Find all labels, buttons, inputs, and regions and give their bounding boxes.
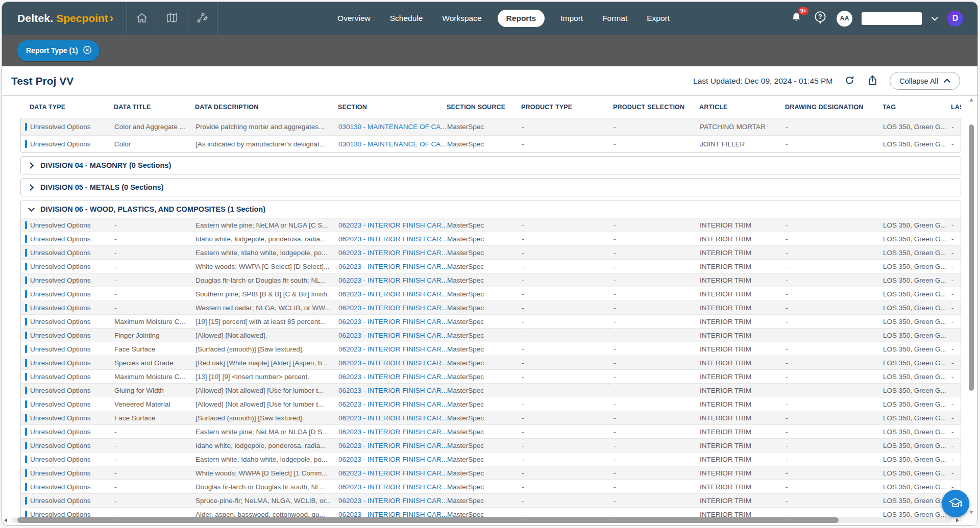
- table-row[interactable]: Unresolved Options-Douglas fir-larch or …: [21, 480, 961, 493]
- column-header-section[interactable]: SECTION: [338, 104, 447, 111]
- scroll-left-arrow-icon[interactable]: [4, 518, 7, 522]
- column-header-tag[interactable]: TAG: [883, 104, 951, 111]
- cell-last-updated: -: [951, 276, 961, 284]
- division-header[interactable]: DIVISION 06 - WOOD, PLASTICS, AND COMPOS…: [21, 200, 961, 218]
- table-row[interactable]: Unresolved Options-Eastern white pine; N…: [21, 424, 961, 438]
- column-header-product-selection[interactable]: PRODUCT SELECTION: [613, 104, 699, 111]
- cell-section[interactable]: 062023 - INTERIOR FINISH CAR...: [338, 304, 447, 312]
- table-row[interactable]: Unresolved OptionsColor[As indicated by …: [21, 135, 961, 152]
- division-header[interactable]: DIVISION 04 - MASONRY (0 Sections): [21, 157, 961, 174]
- cell-section[interactable]: 062023 - INTERIOR FINISH CAR...: [338, 387, 447, 394]
- user-name-box[interactable]: [862, 12, 922, 25]
- cell-data-description: Idaho white, lodgepole, ponderosa, radia…: [195, 442, 338, 449]
- cell-data-description: [Surfaced (smooth)] [Saw textured].: [195, 345, 338, 353]
- dela-assistant-button[interactable]: D: [947, 11, 963, 27]
- column-header-data-title[interactable]: DATA TITLE: [114, 104, 195, 111]
- help-button[interactable]: ?: [813, 10, 827, 27]
- cell-tag: LOS 350, Green G...: [883, 276, 951, 284]
- table-row[interactable]: Unresolved Options-Eastern white pine; N…: [21, 218, 961, 232]
- map-button[interactable]: [157, 2, 187, 35]
- cell-section[interactable]: 062023 - INTERIOR FINISH CAR...: [338, 276, 447, 284]
- cell-section[interactable]: 062023 - INTERIOR FINISH CAR...: [338, 290, 447, 298]
- cell-section[interactable]: 062023 - INTERIOR FINISH CAR...: [338, 483, 447, 491]
- table-row[interactable]: Unresolved OptionsVeneered Material[Allo…: [21, 397, 961, 411]
- scroll-right-arrow-icon[interactable]: [956, 518, 959, 522]
- workflow-button[interactable]: [187, 2, 217, 35]
- scroll-up-arrow-icon[interactable]: [969, 98, 973, 102]
- table-row[interactable]: Unresolved OptionsGluing for Width[Allow…: [21, 383, 961, 397]
- cell-section[interactable]: 062023 - INTERIOR FINISH CAR...: [338, 428, 447, 436]
- table-row[interactable]: Unresolved OptionsFinger Jointing[Allowe…: [21, 328, 961, 342]
- notifications-button[interactable]: 9+: [790, 11, 804, 26]
- table-row[interactable]: Unresolved Options-Southern pine; SPIB […: [21, 287, 961, 300]
- scroll-down-arrow-icon[interactable]: [969, 511, 973, 514]
- cell-data-title: -: [114, 235, 195, 243]
- cell-section[interactable]: 030130 - MAINTENANCE OF CA...: [338, 140, 447, 148]
- cell-section[interactable]: 062023 - INTERIOR FINISH CAR...: [338, 263, 447, 270]
- cell-section[interactable]: 062023 - INTERIOR FINISH CAR...: [338, 497, 447, 505]
- table-row[interactable]: Unresolved OptionsMaximum Moisture C...[…: [21, 369, 961, 383]
- cell-section[interactable]: 030130 - MAINTENANCE OF CA...: [338, 123, 447, 131]
- column-header-data-description[interactable]: DATA DESCRIPTION: [195, 104, 338, 111]
- column-header-product-type[interactable]: PRODUCT TYPE: [521, 104, 613, 111]
- table-row[interactable]: Unresolved OptionsMaximum Moisture C...[…: [21, 314, 961, 328]
- table-row[interactable]: Unresolved Options-White woods; WWPA [D …: [21, 466, 961, 480]
- cell-section[interactable]: 062023 - INTERIOR FINISH CAR...: [338, 249, 447, 257]
- nav-item-export[interactable]: Export: [646, 10, 671, 27]
- collapse-all-button[interactable]: Collapse All: [890, 72, 960, 90]
- refresh-button[interactable]: [844, 74, 855, 88]
- nav-item-schedule[interactable]: Schedule: [389, 10, 424, 27]
- remove-filter-icon[interactable]: [83, 45, 92, 56]
- table-row[interactable]: Unresolved Options-Eastern white, Idaho …: [21, 452, 961, 466]
- nav-item-format[interactable]: Format: [601, 10, 628, 27]
- column-header-section-source[interactable]: SECTION SOURCE: [447, 104, 521, 111]
- cell-data-description: Western red cedar; NLGA, WCLIB, or WW...: [195, 304, 338, 312]
- column-header-article[interactable]: ARTICLE: [699, 104, 785, 111]
- cell-section[interactable]: 062023 - INTERIOR FINISH CAR...: [338, 221, 447, 229]
- cell-product-type: -: [522, 469, 614, 477]
- cell-section[interactable]: 062023 - INTERIOR FINISH CAR...: [338, 373, 447, 381]
- home-button[interactable]: [127, 2, 157, 35]
- cell-section[interactable]: 062023 - INTERIOR FINISH CAR...: [338, 414, 447, 422]
- nav-item-workspace[interactable]: Workspace: [441, 10, 482, 27]
- table-row[interactable]: Unresolved Options-Douglas fir-larch or …: [21, 273, 961, 287]
- table-row[interactable]: Unresolved Options-Idaho white, lodgepol…: [21, 438, 961, 452]
- cell-section[interactable]: 062023 - INTERIOR FINISH CAR...: [338, 400, 447, 408]
- learning-fab-button[interactable]: [942, 490, 969, 517]
- table-row[interactable]: Unresolved Options-White woods; WWPA [C …: [21, 259, 961, 273]
- horizontal-scroll-thumb[interactable]: [17, 517, 839, 523]
- cell-section[interactable]: 062023 - INTERIOR FINISH CAR...: [338, 359, 447, 367]
- nav-item-reports[interactable]: Reports: [498, 10, 545, 27]
- division-header[interactable]: DIVISION 05 - METALS (0 Sections): [21, 179, 961, 196]
- chevron-down-icon[interactable]: [931, 15, 938, 22]
- share-button[interactable]: [867, 74, 878, 88]
- cell-section[interactable]: 062023 - INTERIOR FINISH CAR...: [338, 469, 447, 477]
- cell-section[interactable]: 062023 - INTERIOR FINISH CAR...: [338, 318, 447, 325]
- nav-item-import[interactable]: Import: [559, 10, 584, 27]
- vertical-scrollbar[interactable]: [968, 98, 974, 514]
- table-row[interactable]: Unresolved Options-Eastern white, Idaho …: [21, 245, 961, 259]
- vertical-scroll-thumb[interactable]: [969, 124, 974, 391]
- column-header-data-type[interactable]: DATA TYPE: [20, 104, 114, 111]
- cell-data-title: Species and Grade: [114, 359, 195, 367]
- filter-chip-report-type[interactable]: Report Type (1): [17, 40, 99, 61]
- cell-section[interactable]: 062023 - INTERIOR FINISH CAR...: [338, 235, 447, 243]
- column-header-last-u[interactable]: LAST U: [951, 104, 961, 111]
- cell-section[interactable]: 062023 - INTERIOR FINISH CAR...: [338, 442, 447, 449]
- table-row[interactable]: Unresolved OptionsFace Surface[Surfaced …: [21, 342, 961, 356]
- table-row[interactable]: Unresolved OptionsSpecies and Grade[Red …: [21, 356, 961, 369]
- horizontal-scrollbar[interactable]: [4, 517, 959, 523]
- table-row[interactable]: Unresolved OptionsFace Surface[Surfaced …: [21, 411, 961, 424]
- table-row[interactable]: Unresolved OptionsColor and Aggregate ..…: [21, 118, 961, 135]
- avatar[interactable]: AA: [837, 11, 852, 27]
- cell-data-type: Unresolved Options: [21, 428, 114, 436]
- nav-item-overview[interactable]: Overview: [336, 10, 372, 27]
- table-row[interactable]: Unresolved Options-Spruce-pine-fir; NeLM…: [21, 493, 961, 507]
- cell-section[interactable]: 062023 - INTERIOR FINISH CAR...: [338, 456, 447, 463]
- table-row[interactable]: Unresolved Options-Western red cedar; NL…: [21, 300, 961, 314]
- cell-section[interactable]: 062023 - INTERIOR FINISH CAR...: [338, 345, 447, 353]
- column-header-drawing-designation[interactable]: DRAWING DESIGNATION: [785, 104, 883, 111]
- cell-section[interactable]: 062023 - INTERIOR FINISH CAR...: [338, 332, 447, 339]
- table-row[interactable]: Unresolved Options-Idaho white, lodgepol…: [21, 232, 961, 245]
- cell-data-description: [Surfaced (smooth)] [Saw textured].: [195, 414, 338, 422]
